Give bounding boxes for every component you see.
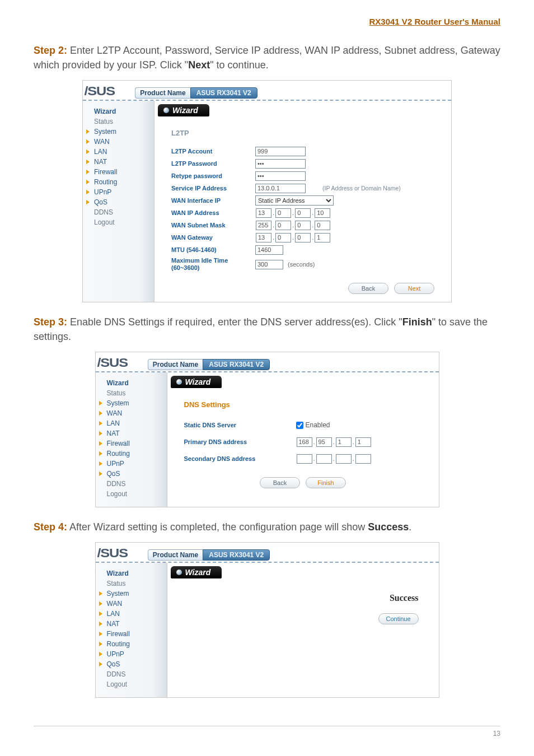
step3-instruction: Step 3: Enable DNS Settings if required,… (34, 315, 500, 344)
l2tp-account-label: L2TP Account (171, 148, 255, 155)
sidebar-item-upnp[interactable]: UPnP (96, 649, 167, 659)
primary-dns-octet-3[interactable] (336, 437, 352, 447)
dot-separator: . (353, 438, 354, 445)
sidebar-item-firewall[interactable]: Firewall (96, 438, 167, 449)
manual-title-link[interactable]: RX3041 V2 Router User's Manual (34, 17, 500, 26)
primary-dns-octet-4[interactable] (355, 437, 371, 447)
wan-gateway-octet-3[interactable] (295, 233, 311, 242)
sidebar-item-wizard[interactable]: Wizard (96, 378, 167, 388)
wizard-tab[interactable]: Wizard (158, 104, 209, 116)
sidebar-list: WizardStatusSystemWANLANNATFirewallRouti… (96, 568, 167, 689)
l2tp-account-input[interactable] (255, 147, 306, 156)
dot-separator: . (292, 234, 294, 241)
sidebar-item-routing[interactable]: Routing (96, 449, 167, 459)
sidebar-item-logout[interactable]: Logout (83, 217, 154, 227)
topbar: /SUS Product Name ASUS RX3041 V2 (96, 543, 439, 563)
success-message: Success (167, 593, 419, 603)
sidebar-item-status[interactable]: Status (96, 388, 167, 398)
product-name-tag: Product Name ASUS RX3041 V2 (135, 87, 257, 99)
wizard-dot-icon (176, 379, 182, 385)
next-button[interactable]: Next (394, 283, 434, 294)
sidebar-item-status[interactable]: Status (96, 578, 167, 589)
sidebar-item-system[interactable]: System (96, 398, 167, 408)
idle-time-input[interactable] (255, 260, 283, 269)
sidebar-item-ddns[interactable]: DDNS (96, 669, 167, 679)
service-ip-input[interactable] (255, 184, 306, 193)
primary-dns-octet-2[interactable] (316, 437, 332, 447)
sidebar-item-upnp[interactable]: UPnP (83, 187, 154, 197)
sidebar-item-ddns[interactable]: DDNS (83, 207, 154, 217)
wan-gateway-octet-4[interactable] (315, 233, 330, 242)
page-number: 13 (34, 726, 500, 738)
dot-separator: . (313, 455, 315, 462)
enabled-checkbox-label[interactable]: Enabled (296, 421, 330, 429)
router-panel-dns: /SUS Product Name ASUS RX3041 V2 WizardS… (95, 352, 439, 507)
wan-subnet-octet-2[interactable] (275, 221, 291, 230)
l2tp-password-input[interactable] (255, 159, 306, 169)
retype-password-label: Retype password (171, 172, 255, 179)
mtu-label: MTU (546-1460) (171, 246, 255, 253)
secondary-dns-octet-1[interactable] (297, 454, 312, 464)
sidebar: WizardStatusSystemWANLANNATFirewallRouti… (96, 563, 167, 697)
wan-interface-ip-label: WAN Interface IP (171, 197, 255, 204)
sidebar-item-lan[interactable]: LAN (96, 609, 167, 619)
sidebar: WizardStatusSystemWANLANNATFirewallRouti… (96, 372, 167, 507)
secondary-dns-octet-4[interactable] (355, 454, 371, 464)
enabled-checkbox[interactable] (296, 422, 303, 429)
sidebar-item-logout[interactable]: Logout (96, 489, 167, 499)
wan-ip-octet-4[interactable] (315, 208, 330, 218)
wan-ip-octet-3[interactable] (295, 208, 311, 218)
wizard-tab[interactable]: Wizard (171, 566, 222, 578)
step2-label: Step 2: (34, 45, 67, 56)
dot-separator: . (273, 222, 274, 228)
sidebar-item-wizard[interactable]: Wizard (96, 568, 167, 578)
sidebar-item-lan[interactable]: LAN (83, 147, 154, 157)
sidebar-item-firewall[interactable]: Firewall (96, 629, 167, 639)
sidebar-item-ddns[interactable]: DDNS (96, 479, 167, 489)
wizard-dot-icon (176, 570, 182, 575)
sidebar-item-wan[interactable]: WAN (96, 408, 167, 418)
sidebar-item-routing[interactable]: Routing (96, 639, 167, 649)
secondary-dns-octet-2[interactable] (316, 454, 332, 464)
continue-button[interactable]: Continue (378, 613, 419, 624)
product-name-tag: Product Name ASUS RX3041 V2 (148, 549, 270, 561)
sidebar-item-system[interactable]: System (83, 127, 154, 137)
back-button[interactable]: Back (260, 477, 300, 488)
wizard-tab[interactable]: Wizard (171, 376, 222, 388)
service-ip-label: Service IP Address (171, 185, 255, 192)
sidebar-item-status[interactable]: Status (83, 116, 154, 127)
wan-subnet-octet-3[interactable] (295, 221, 311, 230)
finish-button[interactable]: Finish (306, 477, 346, 488)
sidebar-item-wizard[interactable]: Wizard (83, 106, 154, 116)
secondary-dns-octet-3[interactable] (336, 454, 352, 464)
wan-ip-octet-1[interactable] (256, 208, 271, 218)
dot-separator: . (312, 222, 313, 228)
dot-separator: . (353, 455, 354, 462)
sidebar-item-qos[interactable]: QoS (96, 469, 167, 479)
sidebar-item-upnp[interactable]: UPnP (96, 459, 167, 469)
wan-gateway-octet-1[interactable] (256, 233, 271, 242)
asus-logo: /SUS (97, 356, 127, 371)
sidebar-item-system[interactable]: System (96, 589, 167, 599)
sidebar-item-wan[interactable]: WAN (96, 599, 167, 609)
sidebar-item-firewall[interactable]: Firewall (83, 167, 154, 177)
primary-dns-octet-1[interactable] (297, 437, 312, 447)
sidebar-item-nat[interactable]: NAT (96, 428, 167, 438)
sidebar-item-routing[interactable]: Routing (83, 177, 154, 187)
sidebar-item-lan[interactable]: LAN (96, 418, 167, 428)
sidebar-item-qos[interactable]: QoS (83, 197, 154, 207)
sidebar-item-qos[interactable]: QoS (96, 659, 167, 669)
wan-subnet-octet-1[interactable] (256, 221, 271, 230)
mtu-input[interactable] (255, 245, 283, 255)
sidebar-item-nat[interactable]: NAT (96, 619, 167, 629)
wan-subnet-octet-4[interactable] (315, 221, 330, 230)
wan-interface-ip-select[interactable]: Static IP Address (255, 195, 334, 206)
back-button[interactable]: Back (348, 283, 388, 294)
service-ip-note: (IP Address or Domain Name) (322, 185, 401, 192)
retype-password-input[interactable] (255, 171, 306, 181)
sidebar-item-wan[interactable]: WAN (83, 137, 154, 147)
sidebar-item-nat[interactable]: NAT (83, 157, 154, 167)
sidebar-item-logout[interactable]: Logout (96, 679, 167, 689)
wan-gateway-octet-2[interactable] (275, 233, 291, 242)
wan-ip-octet-2[interactable] (275, 208, 291, 218)
